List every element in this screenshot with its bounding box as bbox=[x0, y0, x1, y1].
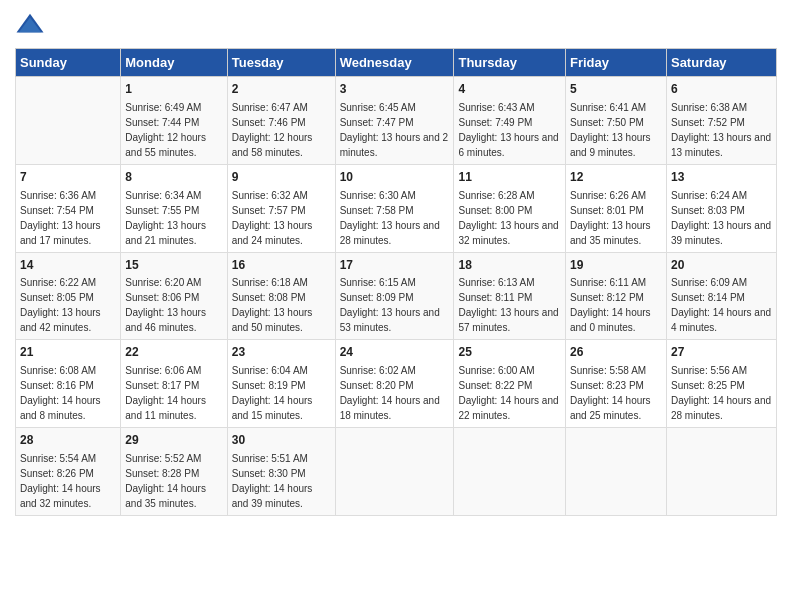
day-number: 24 bbox=[340, 344, 450, 361]
day-number: 15 bbox=[125, 257, 222, 274]
sunrise: Sunrise: 6:15 AM bbox=[340, 277, 416, 288]
week-row: 21Sunrise: 6:08 AMSunset: 8:16 PMDayligh… bbox=[16, 340, 777, 428]
daylight: Daylight: 12 hours and 55 minutes. bbox=[125, 132, 206, 158]
sunset: Sunset: 8:25 PM bbox=[671, 380, 745, 391]
day-cell: 9Sunrise: 6:32 AMSunset: 7:57 PMDaylight… bbox=[227, 164, 335, 252]
day-number: 17 bbox=[340, 257, 450, 274]
daylight: Daylight: 14 hours and 39 minutes. bbox=[232, 483, 313, 509]
day-cell: 15Sunrise: 6:20 AMSunset: 8:06 PMDayligh… bbox=[121, 252, 227, 340]
header-row: SundayMondayTuesdayWednesdayThursdayFrid… bbox=[16, 49, 777, 77]
day-number: 4 bbox=[458, 81, 561, 98]
day-cell: 27Sunrise: 5:56 AMSunset: 8:25 PMDayligh… bbox=[666, 340, 776, 428]
sunset: Sunset: 8:12 PM bbox=[570, 292, 644, 303]
daylight: Daylight: 14 hours and 25 minutes. bbox=[570, 395, 651, 421]
sunset: Sunset: 8:17 PM bbox=[125, 380, 199, 391]
week-row: 14Sunrise: 6:22 AMSunset: 8:05 PMDayligh… bbox=[16, 252, 777, 340]
sunrise: Sunrise: 6:47 AM bbox=[232, 102, 308, 113]
day-number: 7 bbox=[20, 169, 116, 186]
sunset: Sunset: 8:22 PM bbox=[458, 380, 532, 391]
day-cell: 18Sunrise: 6:13 AMSunset: 8:11 PMDayligh… bbox=[454, 252, 566, 340]
day-number: 13 bbox=[671, 169, 772, 186]
day-cell: 19Sunrise: 6:11 AMSunset: 8:12 PMDayligh… bbox=[566, 252, 667, 340]
day-number: 3 bbox=[340, 81, 450, 98]
sunrise: Sunrise: 6:41 AM bbox=[570, 102, 646, 113]
sunset: Sunset: 8:16 PM bbox=[20, 380, 94, 391]
day-number: 10 bbox=[340, 169, 450, 186]
sunrise: Sunrise: 6:45 AM bbox=[340, 102, 416, 113]
sunrise: Sunrise: 6:30 AM bbox=[340, 190, 416, 201]
day-cell bbox=[566, 428, 667, 516]
day-cell: 4Sunrise: 6:43 AMSunset: 7:49 PMDaylight… bbox=[454, 77, 566, 165]
sunrise: Sunrise: 6:18 AM bbox=[232, 277, 308, 288]
daylight: Daylight: 13 hours and 6 minutes. bbox=[458, 132, 558, 158]
sunset: Sunset: 7:58 PM bbox=[340, 205, 414, 216]
daylight: Daylight: 13 hours and 57 minutes. bbox=[458, 307, 558, 333]
sunrise: Sunrise: 6:08 AM bbox=[20, 365, 96, 376]
daylight: Daylight: 13 hours and 50 minutes. bbox=[232, 307, 313, 333]
day-number: 9 bbox=[232, 169, 331, 186]
day-number: 14 bbox=[20, 257, 116, 274]
sunset: Sunset: 7:50 PM bbox=[570, 117, 644, 128]
sunrise: Sunrise: 6:36 AM bbox=[20, 190, 96, 201]
day-cell: 29Sunrise: 5:52 AMSunset: 8:28 PMDayligh… bbox=[121, 428, 227, 516]
day-cell: 24Sunrise: 6:02 AMSunset: 8:20 PMDayligh… bbox=[335, 340, 454, 428]
sunrise: Sunrise: 6:11 AM bbox=[570, 277, 646, 288]
sunset: Sunset: 8:23 PM bbox=[570, 380, 644, 391]
day-number: 2 bbox=[232, 81, 331, 98]
sunset: Sunset: 8:26 PM bbox=[20, 468, 94, 479]
daylight: Daylight: 13 hours and 13 minutes. bbox=[671, 132, 771, 158]
day-number: 18 bbox=[458, 257, 561, 274]
week-row: 28Sunrise: 5:54 AMSunset: 8:26 PMDayligh… bbox=[16, 428, 777, 516]
day-number: 8 bbox=[125, 169, 222, 186]
day-cell: 12Sunrise: 6:26 AMSunset: 8:01 PMDayligh… bbox=[566, 164, 667, 252]
sunset: Sunset: 7:46 PM bbox=[232, 117, 306, 128]
day-cell: 21Sunrise: 6:08 AMSunset: 8:16 PMDayligh… bbox=[16, 340, 121, 428]
day-number: 22 bbox=[125, 344, 222, 361]
sunrise: Sunrise: 6:02 AM bbox=[340, 365, 416, 376]
sunset: Sunset: 7:55 PM bbox=[125, 205, 199, 216]
sunrise: Sunrise: 6:34 AM bbox=[125, 190, 201, 201]
day-cell: 3Sunrise: 6:45 AMSunset: 7:47 PMDaylight… bbox=[335, 77, 454, 165]
day-number: 5 bbox=[570, 81, 662, 98]
logo-icon bbox=[15, 10, 45, 40]
daylight: Daylight: 14 hours and 8 minutes. bbox=[20, 395, 101, 421]
day-cell: 7Sunrise: 6:36 AMSunset: 7:54 PMDaylight… bbox=[16, 164, 121, 252]
daylight: Daylight: 14 hours and 35 minutes. bbox=[125, 483, 206, 509]
sunset: Sunset: 8:06 PM bbox=[125, 292, 199, 303]
day-cell: 6Sunrise: 6:38 AMSunset: 7:52 PMDaylight… bbox=[666, 77, 776, 165]
day-number: 12 bbox=[570, 169, 662, 186]
sunset: Sunset: 8:08 PM bbox=[232, 292, 306, 303]
daylight: Daylight: 13 hours and 53 minutes. bbox=[340, 307, 440, 333]
sunrise: Sunrise: 6:28 AM bbox=[458, 190, 534, 201]
logo bbox=[15, 10, 48, 40]
sunrise: Sunrise: 6:00 AM bbox=[458, 365, 534, 376]
sunset: Sunset: 8:03 PM bbox=[671, 205, 745, 216]
day-number: 30 bbox=[232, 432, 331, 449]
sunrise: Sunrise: 5:56 AM bbox=[671, 365, 747, 376]
sunset: Sunset: 8:14 PM bbox=[671, 292, 745, 303]
day-number: 27 bbox=[671, 344, 772, 361]
day-cell: 30Sunrise: 5:51 AMSunset: 8:30 PMDayligh… bbox=[227, 428, 335, 516]
day-number: 21 bbox=[20, 344, 116, 361]
sunset: Sunset: 8:19 PM bbox=[232, 380, 306, 391]
day-header-wednesday: Wednesday bbox=[335, 49, 454, 77]
daylight: Daylight: 14 hours and 32 minutes. bbox=[20, 483, 101, 509]
day-header-sunday: Sunday bbox=[16, 49, 121, 77]
sunrise: Sunrise: 5:52 AM bbox=[125, 453, 201, 464]
sunrise: Sunrise: 5:51 AM bbox=[232, 453, 308, 464]
sunset: Sunset: 8:11 PM bbox=[458, 292, 532, 303]
sunset: Sunset: 8:09 PM bbox=[340, 292, 414, 303]
day-cell: 1Sunrise: 6:49 AMSunset: 7:44 PMDaylight… bbox=[121, 77, 227, 165]
daylight: Daylight: 14 hours and 15 minutes. bbox=[232, 395, 313, 421]
daylight: Daylight: 13 hours and 28 minutes. bbox=[340, 220, 440, 246]
sunrise: Sunrise: 6:43 AM bbox=[458, 102, 534, 113]
day-cell: 28Sunrise: 5:54 AMSunset: 8:26 PMDayligh… bbox=[16, 428, 121, 516]
day-header-thursday: Thursday bbox=[454, 49, 566, 77]
sunrise: Sunrise: 6:32 AM bbox=[232, 190, 308, 201]
daylight: Daylight: 13 hours and 42 minutes. bbox=[20, 307, 101, 333]
sunset: Sunset: 8:00 PM bbox=[458, 205, 532, 216]
day-cell: 2Sunrise: 6:47 AMSunset: 7:46 PMDaylight… bbox=[227, 77, 335, 165]
daylight: Daylight: 14 hours and 0 minutes. bbox=[570, 307, 651, 333]
day-cell: 20Sunrise: 6:09 AMSunset: 8:14 PMDayligh… bbox=[666, 252, 776, 340]
day-cell: 13Sunrise: 6:24 AMSunset: 8:03 PMDayligh… bbox=[666, 164, 776, 252]
